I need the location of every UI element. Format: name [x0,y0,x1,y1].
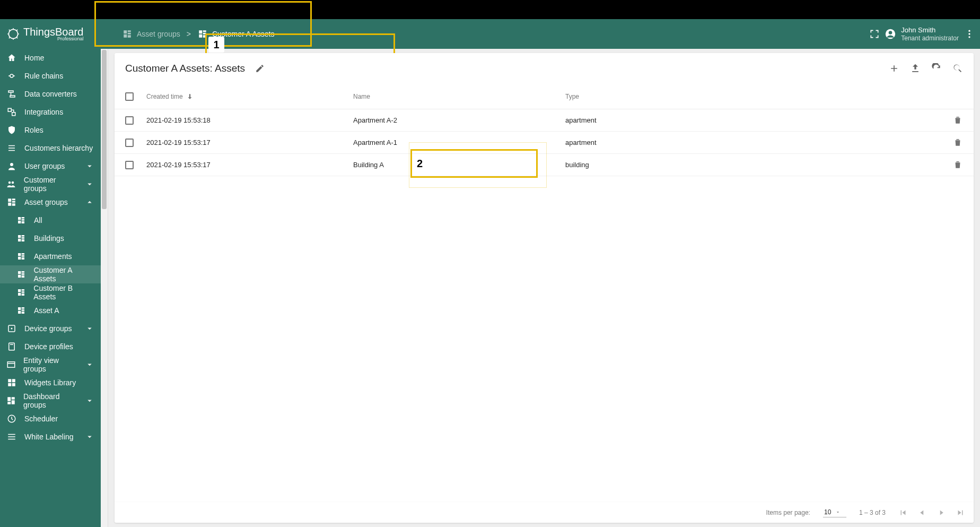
sidebar-item-home[interactable]: Home [0,49,101,67]
domain-icon [197,29,208,39]
sidebar-item-rule-chains[interactable]: Rule chains [0,67,101,85]
sidebar-item-asset-groups[interactable]: Asset groups [0,193,101,211]
add-icon[interactable] [889,63,899,74]
sidebar-item-integrations[interactable]: Integrations [0,103,101,121]
row-checkbox[interactable] [125,161,134,169]
search-icon[interactable] [952,63,963,74]
sidebar-item-label: Customer A Assets [33,266,94,283]
delete-icon[interactable] [952,137,963,148]
domain-icon [16,269,26,280]
sidebar-item-label: Customers hierarchy [24,144,93,152]
fullscreen-icon[interactable] [869,29,880,39]
domain-icon [122,29,133,39]
sidebar-item-customer-groups[interactable]: Customer groups [0,175,101,193]
svg-point-3 [968,30,970,31]
sidebar-item-data-converters[interactable]: Data converters [0,85,101,103]
chevron-down-icon [85,324,94,333]
user-icon [6,161,17,171]
svg-rect-13 [7,362,15,368]
sidebar-item-device-profiles[interactable]: Device profiles [0,338,101,356]
sidebar-item-label: Dashboard groups [23,392,77,409]
col-name[interactable]: Name [353,93,565,100]
sidebar-item-label: Asset A [34,306,59,315]
sidebar-item-roles[interactable]: Roles [0,121,101,139]
sidebar-item-user-groups[interactable]: User groups [0,157,101,175]
paginator: Items per page: 10 1 – 3 of 3 [115,502,974,523]
device-icon [6,323,17,334]
user-role: Tenant administrator [901,34,959,42]
select-all-checkbox[interactable] [125,92,134,101]
more-vert-icon[interactable] [964,29,975,39]
svg-rect-15 [12,379,15,382]
domain-icon [6,197,17,208]
last-page-icon[interactable] [956,508,965,517]
scrollbar[interactable] [101,49,108,527]
converter-icon [6,89,17,99]
sidebar-item-label: Rule chains [24,72,63,80]
logo[interactable]: ThingsBoard Professional [0,27,101,41]
label-icon [6,431,17,442]
sidebar-item-label: Entity view groups [23,356,77,373]
sidebar-item-white-labeling[interactable]: White Labeling [0,428,101,446]
sidebar-item-dashboard-groups[interactable]: Dashboard groups [0,392,101,410]
sort-down-icon [186,93,194,100]
brand-name: ThingsBoard [23,27,83,37]
table-row[interactable]: 2021-02-19 15:53:18Apartment A-2apartmen… [115,109,974,132]
page-range: 1 – 3 of 3 [859,509,886,516]
logo-icon [6,27,20,41]
next-page-icon[interactable] [937,508,946,517]
table-header: Created time Name Type [115,84,974,109]
sidebar-subitem-asset-a[interactable]: Asset A [0,301,101,319]
cell-type: apartment [565,116,942,124]
scrollbar-thumb[interactable] [102,50,107,209]
hierarchy-icon [6,143,17,153]
sidebar-item-label: Asset groups [24,198,68,206]
svg-point-10 [11,328,13,330]
people-icon [6,179,16,189]
sidebar-item-label: Device groups [24,324,72,333]
svg-rect-14 [8,379,11,382]
col-type[interactable]: Type [565,93,942,100]
cell-name: Apartment A-1 [353,139,565,146]
sidebar-item-widgets-library[interactable]: Widgets Library [0,374,101,392]
breadcrumb-current[interactable]: Customer A Assets [197,29,275,39]
table-row[interactable]: 22021-02-19 15:53:17Building Abuilding [115,154,974,176]
brand-edition: Professional [23,36,83,41]
svg-point-5 [968,36,970,38]
sidebar-subitem-buildings[interactable]: Buildings [0,229,101,247]
first-page-icon[interactable] [898,508,908,517]
sidebar-item-device-groups[interactable]: Device groups [0,319,101,338]
main-content: Customer A Assets: Assets Created time [101,49,980,527]
sidebar: HomeRule chainsData convertersIntegratio… [0,49,101,527]
cell-type: apartment [565,139,942,146]
upload-icon[interactable] [910,63,921,74]
table-row[interactable]: 2021-02-19 15:53:17Apartment A-1apartmen… [115,132,974,154]
user-name: John Smith [901,26,959,34]
row-checkbox[interactable] [125,116,134,125]
sidebar-subitem-customer-a-assets[interactable]: Customer A Assets [0,265,101,283]
col-created[interactable]: Created time [146,93,353,100]
refresh-icon[interactable] [931,63,942,74]
page-size-select[interactable]: 10 [823,507,846,517]
breadcrumb-parent[interactable]: Asset groups [122,29,180,39]
sidebar-subitem-all[interactable]: All [0,211,101,229]
edit-icon[interactable] [255,63,265,74]
sidebar-item-entity-view-groups[interactable]: Entity view groups [0,356,101,374]
delete-icon[interactable] [952,159,963,170]
svg-rect-19 [12,397,15,400]
sidebar-item-scheduler[interactable]: Scheduler [0,410,101,428]
sidebar-subitem-apartments[interactable]: Apartments [0,247,101,265]
view-icon [6,359,16,370]
prev-page-icon[interactable] [917,508,927,517]
chevron-down-icon [85,360,94,369]
sidebar-item-label: Home [24,54,44,62]
delete-icon[interactable] [952,115,963,125]
domain-icon [16,215,27,226]
widgets-icon [6,377,17,388]
user-menu[interactable]: John Smith Tenant administrator [885,26,959,42]
chevron-down-icon [85,161,94,171]
sidebar-subitem-customer-b-assets[interactable]: Customer B Assets [0,283,101,301]
cell-created: 2021-02-19 15:53:18 [146,116,353,124]
sidebar-item-customers-hierarchy[interactable]: Customers hierarchy [0,139,101,157]
row-checkbox[interactable] [125,139,134,147]
